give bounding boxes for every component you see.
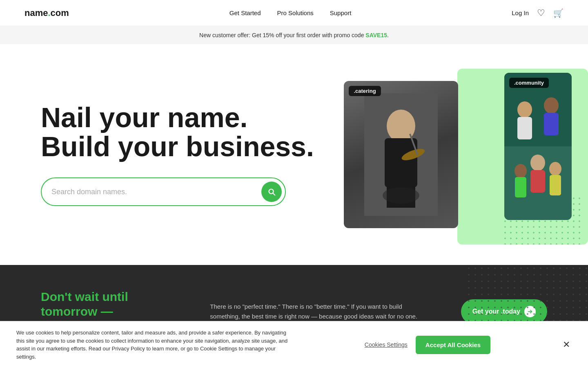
svg-point-18 bbox=[549, 162, 561, 176]
search-box bbox=[41, 177, 286, 206]
svg-rect-15 bbox=[530, 170, 545, 193]
nav-get-started[interactable]: Get Started bbox=[229, 9, 261, 16]
promo-banner: New customer offer: Get 15% off your fir… bbox=[0, 26, 588, 44]
cookie-text: We use cookies to help personalize conte… bbox=[16, 329, 294, 361]
cookie-body-text: We use cookies to help personalize conte… bbox=[16, 330, 287, 360]
hero-section: Nail your name. Build your business. bbox=[0, 44, 588, 265]
nav-links: Get Started Pro Solutions Support bbox=[229, 9, 351, 16]
dark-body: There is no "perfect time." There is no … bbox=[210, 302, 422, 321]
nav-right: Log In ♡ 🛒 bbox=[512, 8, 564, 18]
community-photo bbox=[504, 73, 572, 220]
logo[interactable]: name.com bbox=[24, 8, 69, 18]
catering-image: .catering bbox=[344, 81, 458, 228]
svg-point-10 bbox=[517, 101, 532, 118]
promo-suffix: . bbox=[387, 32, 389, 38]
svg-rect-19 bbox=[550, 175, 561, 195]
cookie-close-button[interactable]: ✕ bbox=[561, 338, 572, 352]
promo-text: New customer offer: Get 15% off your fir… bbox=[199, 32, 365, 38]
search-input[interactable] bbox=[51, 188, 261, 196]
login-link[interactable]: Log In bbox=[512, 9, 529, 16]
hero-title: Nail your name. Build your business. bbox=[41, 103, 328, 162]
cart-icon[interactable]: 🛒 bbox=[553, 8, 564, 18]
svg-rect-17 bbox=[515, 177, 526, 197]
dark-body-text: There is no "perfect time." There is no … bbox=[210, 302, 422, 321]
navbar: name.com Get Started Pro Solutions Suppo… bbox=[0, 0, 588, 26]
hero-images: .catering bbox=[344, 69, 564, 240]
svg-rect-13 bbox=[544, 113, 559, 135]
svg-point-14 bbox=[530, 155, 545, 171]
community-image: .community bbox=[504, 73, 572, 220]
svg-rect-11 bbox=[517, 117, 532, 139]
cookie-actions: Cookies Settings Accept All Cookies bbox=[365, 336, 490, 354]
cookie-banner: We use cookies to help personalize conte… bbox=[0, 321, 588, 368]
search-icon bbox=[267, 187, 276, 196]
promo-code[interactable]: SAVE15 bbox=[365, 32, 387, 38]
svg-point-5 bbox=[383, 187, 419, 204]
cookies-settings-button[interactable]: Cookies Settings bbox=[365, 341, 408, 348]
nav-pro-solutions[interactable]: Pro Solutions bbox=[277, 9, 314, 16]
nav-support[interactable]: Support bbox=[330, 9, 352, 16]
community-badge: .community bbox=[509, 78, 549, 88]
logo-text: name.com bbox=[24, 8, 69, 18]
search-button[interactable] bbox=[261, 182, 282, 202]
community-illustration bbox=[504, 73, 572, 220]
accept-all-cookies-button[interactable]: Accept All Cookies bbox=[416, 336, 490, 354]
dark-headline-line1: Don't wait until tomorrow — bbox=[41, 290, 128, 318]
svg-rect-2 bbox=[385, 138, 417, 187]
wishlist-icon[interactable]: ♡ bbox=[537, 8, 545, 18]
svg-point-12 bbox=[544, 97, 559, 114]
hero-title-line1: Nail your name. bbox=[41, 102, 247, 133]
chef-illustration bbox=[364, 93, 438, 216]
chef-photo bbox=[344, 81, 458, 228]
svg-point-16 bbox=[514, 164, 527, 178]
hero-title-line2: Build your business. bbox=[41, 131, 314, 162]
hero-left: Nail your name. Build your business. bbox=[41, 103, 328, 206]
catering-badge: .catering bbox=[349, 86, 381, 96]
